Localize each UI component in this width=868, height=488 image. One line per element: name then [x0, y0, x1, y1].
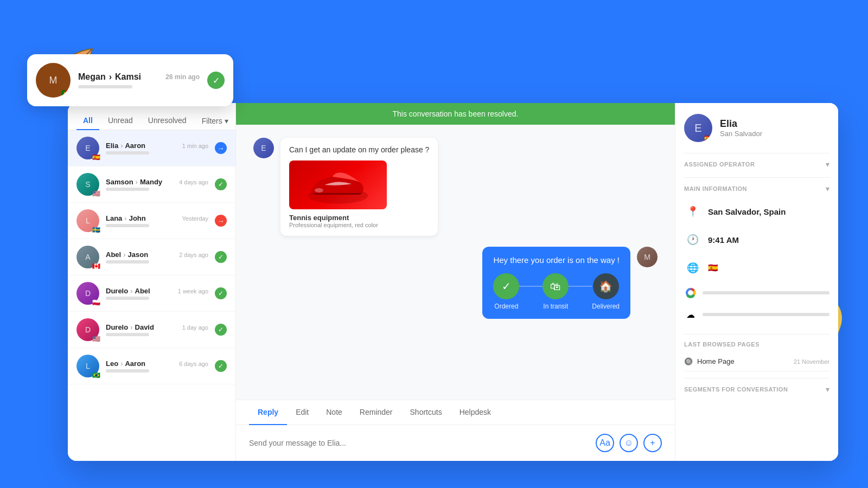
conv-time: 1 day ago — [182, 324, 208, 331]
tab-unresolved[interactable]: Unresolved — [142, 112, 193, 130]
language-row: 🌐 🇪🇸 — [684, 254, 829, 282]
last-browsed-item-homepage: 🔘 Home Page 21 November — [684, 352, 829, 371]
reply-area: Reply Edit Note Reminder Shortcuts Helpd… — [236, 400, 675, 461]
conv-info: Durelo › Abel 1 week ago — [106, 287, 208, 300]
status-check-icon: ✓ — [215, 287, 227, 299]
conversation-item-durelo-david[interactable]: D 🇺🇸 Durelo › David 1 day ago — [68, 312, 235, 348]
conv-time: 1 min ago — [182, 143, 208, 149]
conversation-item-leo-aaron[interactable]: L 🇧🇷 Leo › Aaron 6 days ago ✓ — [68, 348, 235, 384]
floating-conversation-card[interactable]: M 🇵🇹 Megan › Kamsi 26 min ago ✓ — [27, 54, 233, 106]
assigned-operator-chevron[interactable]: ▾ — [826, 160, 829, 169]
chat-area: E Can I get an update on my order please… — [236, 125, 675, 400]
app-container: All Unread Unresolved Filters ▾ E 🇪🇸 Eli… — [68, 103, 838, 461]
incoming-avatar: E — [253, 138, 274, 158]
main-information-chevron[interactable]: ▾ — [826, 184, 829, 193]
conv-time: 6 days ago — [179, 361, 208, 367]
chrome-browser-bar — [703, 291, 829, 294]
conv-to: Aaron — [125, 142, 145, 150]
globe-icon: 🌐 — [684, 259, 701, 277]
step-line — [569, 286, 592, 287]
page-name: Home Page — [697, 357, 735, 365]
conversation-item-abel-jason[interactable]: A 🇨🇦 Abel › Jason 2 days ago — [68, 239, 235, 275]
segments-chevron[interactable]: ▾ — [826, 385, 829, 394]
browsed-date: 21 November — [794, 358, 829, 365]
conv-from: Elia — [106, 142, 118, 150]
segments-title: SEGMENTS FOR CONVERSATION — [684, 386, 788, 393]
tab-filters[interactable]: Filters ▾ — [195, 112, 235, 130]
reply-tab-helpdesk[interactable]: Helpdesk — [451, 400, 500, 425]
chrome-icon — [684, 286, 697, 299]
product-info: Tennis equipment Professional equipment,… — [289, 214, 429, 228]
conversation-tabs: All Unread Unresolved Filters ▾ — [68, 103, 235, 130]
reply-tab-shortcuts[interactable]: Shortcuts — [401, 400, 451, 425]
conv-from: Lana — [106, 214, 122, 222]
avatar-wrap: S 🇺🇸 — [76, 173, 99, 196]
reply-input-row: Aa ☺ + — [236, 425, 675, 461]
flag-badge: 🇨🇦 — [92, 263, 100, 269]
avatar-wrap: D 🇺🇸 — [76, 318, 99, 341]
emoji-button[interactable]: ☺ — [620, 434, 638, 452]
order-step-ordered: ✓ Ordered — [493, 273, 519, 310]
product-image — [289, 160, 387, 209]
reply-tab-edit[interactable]: Edit — [287, 400, 317, 425]
text-format-button[interactable]: Aa — [596, 434, 614, 452]
avatar-wrap: D 🇵🇱 — [76, 282, 99, 305]
segments-section: SEGMENTS FOR CONVERSATION ▾ — [684, 378, 829, 398]
conversation-item-elia-aaron[interactable]: E 🇪🇸 Elia › Aaron 1 min ago → — [68, 130, 235, 166]
conv-preview — [106, 151, 149, 155]
floating-card-avatar: M 🇵🇹 — [36, 63, 71, 98]
status-check-icon: ✓ — [215, 324, 227, 336]
last-browsed-section: LAST BROWSED PAGES — [684, 334, 829, 352]
product-description: Professional equipment, red color — [289, 222, 429, 228]
conv-info: Elia › Aaron 1 min ago — [106, 142, 208, 155]
floating-card-preview — [78, 85, 132, 88]
assigned-operator-section: ASSIGNED OPERATOR ▾ — [684, 153, 829, 173]
reply-input[interactable] — [249, 439, 589, 447]
conv-info: Lana › John Yesterday — [106, 214, 208, 227]
contact-avatar: E 🇪🇸 — [684, 114, 712, 142]
conversation-item-samson-mandy[interactable]: S 🇺🇸 Samson › Mandy 4 days ago — [68, 166, 235, 203]
reply-actions: Aa ☺ + — [596, 434, 662, 452]
order-step-transit: 🛍 In transit — [542, 273, 569, 310]
add-button[interactable]: + — [643, 434, 662, 452]
conv-status: ✓ — [215, 178, 227, 190]
conv-time: 4 days ago — [179, 179, 208, 185]
conversations-list: E 🇪🇸 Elia › Aaron 1 min ago → — [68, 130, 235, 461]
outgoing-message: Hey there you order is on the way ! ✓ Or… — [482, 247, 658, 319]
conversation-item-durelo-abel[interactable]: D 🇵🇱 Durelo › Abel 1 week ago — [68, 275, 235, 312]
conv-status: → — [215, 142, 227, 154]
conv-status: ✓ — [215, 360, 227, 372]
conv-status: ✓ — [215, 287, 227, 299]
conv-from: Abel — [106, 251, 121, 259]
avatar-wrap: L 🇧🇷 — [76, 355, 99, 377]
floating-card-flag: 🇵🇹 — [61, 89, 71, 98]
order-status: ✓ Ordered 🛍 In transit 🏠 Delivered — [493, 273, 620, 310]
cloud-browser-bar — [703, 313, 829, 316]
svg-point-9 — [315, 188, 323, 192]
floating-card-arrow: › — [109, 72, 112, 82]
incoming-message: E Can I get an update on my order please… — [253, 138, 537, 236]
delivered-icon: 🏠 — [593, 273, 619, 299]
flag-badge: 🇺🇸 — [92, 190, 100, 197]
reply-tab-reply[interactable]: Reply — [249, 400, 287, 425]
contact-name: Elia — [720, 118, 762, 130]
tab-all[interactable]: All — [76, 112, 99, 130]
conv-status: ✓ — [215, 324, 227, 336]
resolved-banner: This conversation has been resolved. — [236, 103, 675, 125]
main-information-section: MAIN INFORMATION ▾ — [684, 177, 829, 197]
cloud-icon: ☁ — [684, 308, 697, 321]
conv-time: Yesterday — [182, 215, 208, 222]
conversation-item-lana-john[interactable]: L 🇸🇪 Lana › John Yesterday → — [68, 203, 235, 239]
time-row: 🕐 9:41 AM — [684, 226, 829, 254]
conv-preview — [106, 333, 149, 336]
conv-info: Durelo › David 1 day ago — [106, 323, 208, 336]
reply-tab-reminder[interactable]: Reminder — [351, 400, 401, 425]
agent-avatar: M — [637, 247, 658, 267]
outgoing-text: Hey there you order is on the way ! — [493, 255, 620, 265]
conv-preview — [106, 260, 149, 264]
conv-status: ✓ — [215, 251, 227, 263]
conv-status: → — [215, 215, 227, 227]
reply-tab-note[interactable]: Note — [317, 400, 351, 425]
tab-unread[interactable]: Unread — [101, 112, 139, 130]
conv-to: David — [135, 323, 154, 331]
